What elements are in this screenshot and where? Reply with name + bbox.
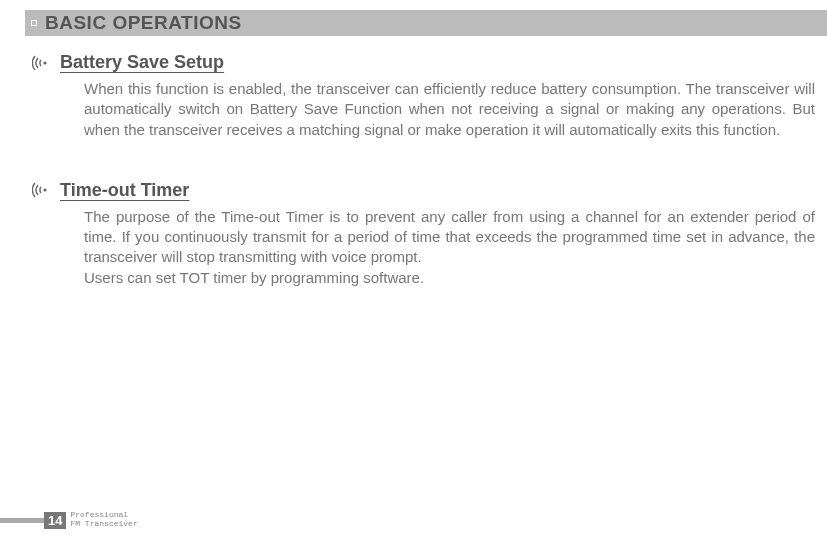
section-timeout-timer: Time-out Timer The purpose of the Time-o… — [58, 180, 815, 288]
header-bullet-icon — [31, 20, 37, 26]
radio-waves-icon — [32, 54, 54, 72]
footer: 14 Professional FM Transceiver — [0, 511, 138, 529]
section-battery-save: Battery Save Setup When this function is… — [58, 52, 815, 140]
svg-point-0 — [43, 61, 46, 64]
svg-point-1 — [43, 189, 46, 192]
header-bar: BASIC OPERATIONS — [25, 10, 827, 36]
section-header: Time-out Timer — [58, 180, 815, 201]
section-header: Battery Save Setup — [58, 52, 815, 73]
radio-waves-icon — [32, 181, 54, 199]
section-title: Time-out Timer — [60, 180, 189, 201]
footer-bar-icon — [0, 518, 44, 523]
footer-text: Professional FM Transceiver — [70, 511, 137, 529]
section-body: When this function is enabled, the trans… — [84, 79, 815, 140]
section-title: Battery Save Setup — [60, 52, 224, 73]
page-number: 14 — [44, 512, 66, 529]
section-body: The purpose of the Time-out Timer is to … — [84, 207, 815, 288]
footer-line2: FM Transceiver — [70, 520, 137, 529]
page-title: BASIC OPERATIONS — [45, 12, 242, 34]
content-area: Battery Save Setup When this function is… — [58, 52, 815, 328]
